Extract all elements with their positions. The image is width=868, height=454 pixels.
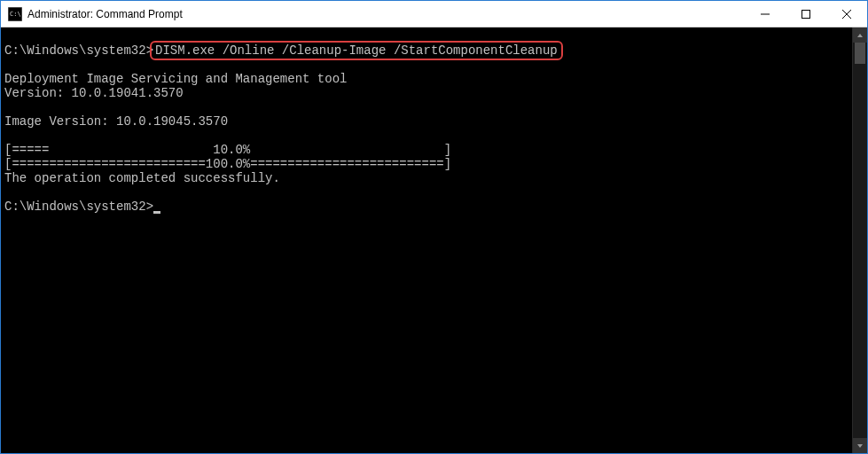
prompt-line-1: C:\Windows\system32>DISM.exe /Online /Cl… xyxy=(4,43,848,58)
window-title: Administrator: Command Prompt xyxy=(27,8,745,20)
svg-marker-6 xyxy=(857,34,863,37)
blank-line xyxy=(4,185,848,200)
output-line-complete: The operation completed successfully. xyxy=(4,171,848,185)
console-area: C:\Windows\system32>DISM.exe /Online /Cl… xyxy=(1,27,867,453)
cmd-icon: C:\ xyxy=(8,7,22,21)
output-line-tool: Deployment Image Servicing and Managemen… xyxy=(4,72,848,86)
output-line-image-version: Image Version: 10.0.19045.3570 xyxy=(4,114,848,129)
close-button[interactable] xyxy=(826,1,867,27)
scroll-up-button[interactable] xyxy=(853,27,867,43)
titlebar[interactable]: C:\ Administrator: Command Prompt xyxy=(1,1,867,27)
svg-rect-3 xyxy=(802,10,810,18)
progress-line-2: [==========================100.0%=======… xyxy=(4,157,848,171)
scroll-track[interactable] xyxy=(853,43,867,438)
window-controls xyxy=(745,1,867,27)
svg-marker-7 xyxy=(857,444,863,448)
maximize-button[interactable] xyxy=(786,1,826,27)
console-output[interactable]: C:\Windows\system32>DISM.exe /Online /Cl… xyxy=(1,27,852,453)
scroll-down-button[interactable] xyxy=(853,438,867,453)
output-line-version: Version: 10.0.19041.3570 xyxy=(4,86,848,100)
command-text: DISM.exe /Online /Cleanup-Image /StartCo… xyxy=(155,43,558,58)
scroll-thumb[interactable] xyxy=(855,43,865,64)
prompt-prefix: C:\Windows\system32> xyxy=(4,43,153,58)
vertical-scrollbar[interactable] xyxy=(852,27,867,453)
blank-line xyxy=(4,100,848,114)
svg-text:C:\: C:\ xyxy=(10,11,21,18)
blank-line xyxy=(4,129,848,143)
minimize-button[interactable] xyxy=(745,1,786,27)
prompt-line-2: C:\Windows\system32> xyxy=(4,200,848,214)
progress-line-1: [===== 10.0% ] xyxy=(4,143,848,157)
command-prompt-window: C:\ Administrator: Command Prompt C:\Win… xyxy=(0,0,868,454)
prompt-prefix: C:\Windows\system32> xyxy=(4,200,153,214)
cursor xyxy=(153,211,160,214)
command-highlight: DISM.exe /Online /Cleanup-Image /StartCo… xyxy=(150,41,563,60)
